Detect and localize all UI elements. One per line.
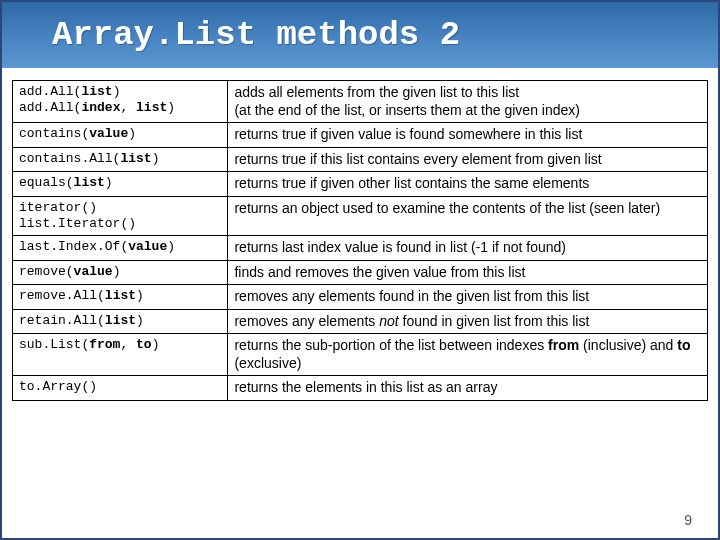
method-signature: to.Array(): [13, 376, 228, 401]
table-row: sub.List(from, to)returns the sub-portio…: [13, 334, 708, 376]
table-row: equals(list)returns true if given other …: [13, 172, 708, 197]
method-description: returns true if given value is found som…: [228, 123, 708, 148]
method-signature: remove(value): [13, 260, 228, 285]
method-description: returns the elements in this list as an …: [228, 376, 708, 401]
table-row: add.All(list)add.All(index, list)adds al…: [13, 81, 708, 123]
method-signature: contains.All(list): [13, 147, 228, 172]
method-description: returns true if this list contains every…: [228, 147, 708, 172]
method-signature: contains(value): [13, 123, 228, 148]
method-description: finds and removes the given value from t…: [228, 260, 708, 285]
method-description: removes any elements found in the given …: [228, 285, 708, 310]
method-description: returns the sub-portion of the list betw…: [228, 334, 708, 376]
page-number: 9: [684, 512, 692, 528]
method-signature: sub.List(from, to): [13, 334, 228, 376]
title-rest: methods 2: [256, 16, 460, 54]
table-row: contains(value)returns true if given val…: [13, 123, 708, 148]
method-signature: add.All(list)add.All(index, list): [13, 81, 228, 123]
table-row: to.Array()returns the elements in this l…: [13, 376, 708, 401]
method-description: returns true if given other list contain…: [228, 172, 708, 197]
table-row: retain.All(list)removes any elements not…: [13, 309, 708, 334]
table-row: contains.All(list)returns true if this l…: [13, 147, 708, 172]
table-row: last.Index.Of(value)returns last index v…: [13, 236, 708, 261]
method-description: returns an object used to examine the co…: [228, 196, 708, 236]
slide-title: Array.List methods 2: [2, 2, 718, 68]
table-row: iterator()list.Iterator()returns an obje…: [13, 196, 708, 236]
method-signature: last.Index.Of(value): [13, 236, 228, 261]
method-signature: retain.All(list): [13, 309, 228, 334]
slide-content: add.All(list)add.All(index, list)adds al…: [2, 68, 718, 401]
method-signature: iterator()list.Iterator(): [13, 196, 228, 236]
method-signature: remove.All(list): [13, 285, 228, 310]
methods-table: add.All(list)add.All(index, list)adds al…: [12, 80, 708, 401]
methods-tbody: add.All(list)add.All(index, list)adds al…: [13, 81, 708, 401]
method-description: returns last index value is found in lis…: [228, 236, 708, 261]
table-row: remove.All(list)removes any elements fou…: [13, 285, 708, 310]
method-description: removes any elements not found in given …: [228, 309, 708, 334]
table-row: remove(value)finds and removes the given…: [13, 260, 708, 285]
method-description: adds all elements from the given list to…: [228, 81, 708, 123]
slide: Array.List methods 2 add.All(list)add.Al…: [0, 0, 720, 540]
method-signature: equals(list): [13, 172, 228, 197]
title-mono: Array.List: [52, 16, 256, 54]
